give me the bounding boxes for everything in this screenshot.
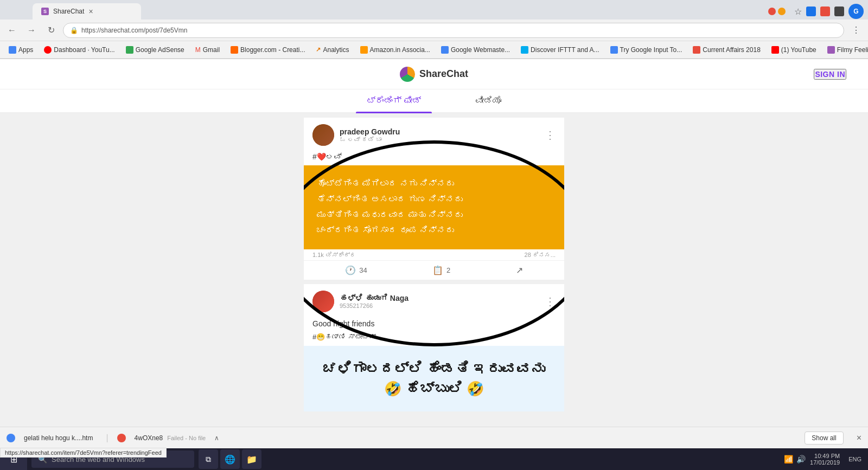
- bookmark-star-icon[interactable]: ☆: [794, 7, 802, 17]
- bookmark-ca-label: Current Affairs 2018: [703, 46, 761, 54]
- volume-icon: 🔊: [796, 455, 806, 463]
- post-hashtag-1[interactable]: #❤️ಲವ್: [304, 150, 564, 165]
- browser-chrome: S ShareChat × ☆ G ← → ↻ 🔒 https://sharec…: [0, 0, 868, 59]
- bookmark-gmail[interactable]: M Gmail: [191, 45, 224, 55]
- browser-maximize[interactable]: [778, 8, 786, 15]
- bookmark-ifttt[interactable]: Discover IFTTT and A...: [516, 45, 603, 55]
- post-menu-1[interactable]: ⋮: [545, 128, 556, 141]
- show-all-button[interactable]: Show all: [805, 432, 843, 445]
- post-subtitle-1: ಓ ಲವ್ ಕಡೆ ಬಾ: [340, 136, 539, 143]
- bookmark-adsense-label: Google AdSense: [136, 46, 184, 54]
- post-subtitle-2: 9535217266: [340, 302, 539, 309]
- action-count-2: 2: [446, 266, 450, 274]
- bookmark-ginput[interactable]: Try Google Input To...: [606, 45, 687, 55]
- download-chevron-2[interactable]: ∧: [214, 434, 219, 442]
- tray-icons: 📶 🔊: [784, 455, 806, 463]
- post-card-2: ಹಳ್ಳಿ ಹುಡುಗಿ Naga 9535217266 ⋮ Good nigh…: [304, 284, 564, 411]
- tab-close-button[interactable]: ×: [88, 7, 93, 16]
- back-button[interactable]: ←: [4, 23, 20, 38]
- gwm-favicon: [441, 46, 449, 54]
- action-comment-1[interactable]: 📋 2: [432, 265, 450, 275]
- refresh-button[interactable]: ↻: [43, 23, 59, 38]
- post-hashtag-2[interactable]: #😁ಹಣ್ಣಿ ಸ್ಟೇಟಸ್: [304, 331, 564, 346]
- taskbar-app-chrome[interactable]: 🌐: [220, 449, 240, 469]
- post-stat-right-1: 28 ದಿನಸ...: [525, 252, 556, 258]
- feed-wrapper: pradeep Gowdru ಓ ಲವ್ ಕಡೆ ಬಾ ⋮ #❤️ಲವ್ ಹೊಟ…: [304, 113, 564, 458]
- folder-icon: 📁: [246, 454, 257, 465]
- bookmark-blogger-label: Blogger.com - Creati...: [240, 46, 305, 54]
- tray-time: 10:49 PM: [810, 453, 840, 459]
- tab-trending-feed[interactable]: ಟ್ರೆಂಡಿಂಗ್ ಫೀಡ್: [356, 89, 432, 112]
- post-menu-2[interactable]: ⋮: [545, 295, 556, 308]
- sign-in-button[interactable]: SIGN IN: [814, 69, 846, 80]
- browser-minimize[interactable]: [768, 8, 776, 15]
- menu-button[interactable]: ⋮: [848, 23, 864, 38]
- bookmark-filmy-label: Filmy Feelings: [837, 46, 868, 54]
- meme-text-2: ಚಳಿಗಾಲದಲ್ಲಿ ಹೆಂಡತಿ ಇರುವವನು 🤣 ಹೆಬ್ಬುಲಿ 🤣: [315, 359, 553, 398]
- action-time-1[interactable]: 🕐 34: [345, 265, 367, 275]
- tab-video[interactable]: ವೀಡಿಯೊ: [464, 89, 512, 112]
- feed-container[interactable]: pradeep Gowdru ಓ ಲವ್ ಕಡೆ ಬಾ ⋮ #❤️ಲವ್ ಹೊಟ…: [304, 113, 564, 420]
- page-wrapper: ShareChat SIGN IN ಟ್ರೆಂಡಿಂಗ್ ಫೀಡ್ ವೀಡಿಯೊ: [0, 59, 868, 470]
- hashtag-text-2: #😁ಹಣ್ಣಿ ಸ್ಟೇಟಸ್: [312, 333, 376, 341]
- extension-icon-3[interactable]: [834, 7, 844, 16]
- bookmark-yt2-label: (1) YouTube: [781, 46, 816, 54]
- bookmark-blogger[interactable]: Blogger.com - Creati...: [226, 45, 309, 55]
- avatar-image-2: [312, 291, 334, 312]
- post-avatar-1: [312, 124, 334, 146]
- download-divider-1: |: [106, 433, 108, 443]
- bookmark-adsense[interactable]: Google AdSense: [122, 45, 189, 55]
- chrome-icon: 🌐: [225, 454, 235, 465]
- toolbar-right: ⋮: [848, 23, 864, 38]
- bookmark-gwm[interactable]: Google Webmaste...: [437, 45, 514, 55]
- bookmark-yt2[interactable]: (1) YouTube: [767, 45, 821, 55]
- profile-icon[interactable]: G: [848, 4, 864, 19]
- post-username-1[interactable]: pradeep Gowdru: [340, 127, 539, 136]
- tray-date: 17/01/2019: [810, 459, 840, 466]
- logo-text: ShareChat: [419, 68, 468, 80]
- url-text: https://sharechat.com/post/7de5Vmn: [81, 27, 187, 34]
- hashtag-text-1: #❤️ಲವ್: [312, 152, 342, 161]
- meme-image-2: ಚಳಿಗಾಲದಲ್ಲಿ ಹೆಂಡತಿ ಇರುವವನು 🤣 ಹೆಬ್ಬುಲಿ 🤣: [304, 346, 564, 411]
- taskbar-app-task-view[interactable]: ⧉: [199, 449, 218, 469]
- bookmark-analytics[interactable]: ↗ Analytics: [311, 45, 353, 55]
- amazon-favicon: [360, 46, 368, 54]
- action-share-1[interactable]: ↗: [516, 265, 523, 275]
- bookmark-ginput-label: Try Google Input To...: [620, 46, 682, 54]
- download-bar-close[interactable]: ×: [857, 433, 861, 443]
- post-header-1: pradeep Gowdru ಓ ಲವ್ ಕಡೆ ಬಾ ⋮: [304, 118, 564, 150]
- adsense-favicon: [126, 46, 133, 54]
- taskbar-tray: 📶 🔊 10:49 PM 17/01/2019 ENG: [777, 453, 868, 466]
- forward-button[interactable]: →: [24, 23, 39, 38]
- ginput-favicon: [610, 46, 618, 54]
- action-count-1: 34: [359, 266, 367, 274]
- comment-icon: 📋: [432, 265, 443, 275]
- post-username-2[interactable]: ಹಳ್ಳಿ ಹುಡುಗಿ Naga: [340, 294, 539, 302]
- extension-icon-1[interactable]: [806, 7, 816, 16]
- extension-icon-2[interactable]: [820, 7, 830, 16]
- bookmark-dashboard-yt[interactable]: Dashboard · YouTu...: [40, 45, 119, 55]
- lock-icon: 🔒: [70, 27, 78, 34]
- task-view-icon: ⧉: [206, 455, 211, 464]
- active-tab[interactable]: S ShareChat ×: [33, 3, 141, 20]
- bookmark-amazon[interactable]: Amazon.in Associa...: [356, 45, 435, 55]
- taskbar-app-folder[interactable]: 📁: [242, 449, 261, 469]
- post-text-2: Good night friends: [304, 317, 564, 331]
- yellow-line-3: ಮುತ್ತಿಗಿಂತ ಮಧುರವಾದ ಮಾತು ನಿನ್ನದು: [317, 208, 551, 223]
- share-icon: ↗: [516, 265, 523, 275]
- post-user-info-1: pradeep Gowdru ಓ ಲವ್ ಕಡೆ ಬಾ: [340, 127, 539, 143]
- blogger-favicon: [231, 46, 238, 54]
- network-icon: 📶: [784, 455, 793, 463]
- download-bar: gelati helu hogu k....htm | 4wOXne8 Fail…: [0, 427, 868, 448]
- sharechat-header-wrapper: ShareChat SIGN IN ಟ್ರೆಂಡಿಂಗ್ ಫೀಡ್ ವೀಡಿಯೊ: [0, 59, 868, 113]
- bookmark-apps[interactable]: Apps: [4, 45, 37, 55]
- bookmark-filmy[interactable]: Filmy Feelings: [823, 45, 868, 55]
- bookmark-ca[interactable]: Current Affairs 2018: [688, 45, 765, 55]
- address-bar[interactable]: 🔒 https://sharechat.com/post/7de5Vmn: [63, 23, 844, 38]
- status-url-bar: https://sharechat.com/item/7de5Vmn?refer…: [0, 448, 167, 458]
- ca-favicon: [693, 46, 700, 54]
- download-item-2: 4wOXne8 Failed - No file: [135, 434, 206, 442]
- tab-bar: S ShareChat × ☆ G: [0, 0, 868, 20]
- yt-favicon: [44, 46, 52, 54]
- post-user-info-2: ಹಳ್ಳಿ ಹುಡುಗಿ Naga 9535217266: [340, 294, 539, 309]
